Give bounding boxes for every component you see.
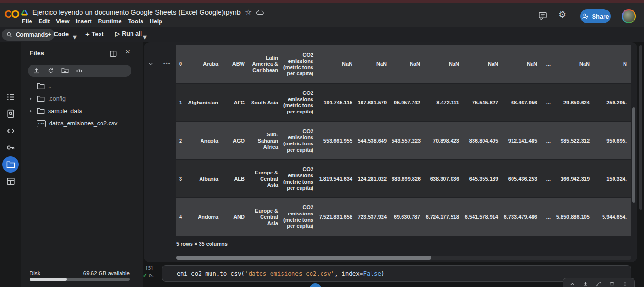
more-cell-actions-icon[interactable]: [622, 281, 628, 287]
refresh-files-icon[interactable]: [47, 67, 54, 74]
chevron-right-icon[interactable]: [29, 109, 35, 113]
chevron-right-icon[interactable]: [29, 96, 35, 101]
variables-table-icon[interactable]: [6, 176, 16, 186]
menu-edit[interactable]: Edit: [39, 18, 50, 25]
tree-item-csv-file[interactable]: CSV datos_emisiones_co2.csv: [28, 117, 137, 130]
table-cell: NaN: [392, 45, 425, 83]
scroll-to-bottom-fab[interactable]: [309, 283, 322, 287]
plus-icon: +: [47, 31, 51, 38]
page-scrollbar-thumb[interactable]: [639, 45, 642, 210]
table-cell: 69.630.787: [392, 198, 425, 236]
share-person-icon: [582, 13, 589, 20]
table-cell: 0: [176, 45, 187, 83]
table-cell: ...: [542, 198, 555, 236]
tree-item-parent-folder[interactable]: ..: [28, 80, 137, 92]
disk-usage-label: Disk: [30, 270, 40, 276]
table-cell: CO2 emissions (metric tons per capita): [283, 122, 318, 160]
table-cell: 8.472.111: [425, 83, 464, 122]
code-token: False: [363, 270, 381, 277]
files-rail-button-active[interactable]: [2, 156, 19, 173]
settings-gear-icon[interactable]: ⚙: [558, 10, 566, 19]
add-text-button[interactable]: + Text: [85, 31, 104, 38]
table-cell: N: [594, 45, 631, 83]
add-code-button[interactable]: + Code: [47, 31, 69, 38]
collapse-output-chevron-icon[interactable]: [147, 61, 154, 68]
menu-runtime[interactable]: Runtime: [98, 18, 121, 25]
search-icon: [6, 31, 12, 38]
code-snippets-icon[interactable]: [6, 126, 16, 136]
table-cell: 95.957.742: [392, 83, 425, 122]
table-cell: NaN: [464, 45, 503, 83]
secrets-key-icon[interactable]: [6, 143, 16, 153]
find-replace-icon[interactable]: [6, 109, 16, 119]
open-in-new-panel-icon[interactable]: [110, 51, 117, 57]
table-cell: NaN: [425, 45, 464, 83]
table-cell: Aruba: [187, 45, 223, 83]
mount-drive-icon[interactable]: [61, 67, 69, 74]
menu-file[interactable]: File: [22, 18, 32, 25]
table-cell: ...: [542, 160, 555, 198]
file-tree: .. .config sample_data CSV datos_emision…: [28, 80, 137, 130]
table-cell: 166.942.319: [555, 160, 594, 198]
show-hidden-files-eye-icon[interactable]: [76, 67, 83, 74]
table-cell: ALB: [223, 160, 250, 198]
table-cell: CO2 emissions (metric tons per capita): [283, 83, 318, 122]
app-header: CO Ejercico leyendo un documento Google …: [0, 3, 644, 27]
menu-insert[interactable]: Insert: [75, 18, 91, 25]
tree-item-label: datos_emisiones_co2.csv: [49, 120, 117, 127]
left-icon-rail: [0, 42, 21, 287]
folder-icon: [37, 108, 45, 115]
notebook-title[interactable]: Ejercico leyendo un documento Google She…: [32, 9, 241, 16]
table-cell: Angola: [187, 122, 223, 160]
table-cell: 645.355.189: [464, 160, 503, 198]
run-all-caret-icon[interactable]: ▾: [143, 32, 147, 41]
ai-edit-sparkle-icon[interactable]: [595, 281, 602, 287]
logo-letter-c: C: [4, 8, 11, 20]
logo-letter-o: O: [11, 8, 19, 20]
table-cell: 29.650.624: [555, 83, 594, 122]
table-cell: NaN: [357, 45, 392, 83]
table-cell: 4: [176, 198, 187, 236]
table-cell: 6.724.177.518: [425, 198, 464, 236]
menu-tools[interactable]: Tools: [128, 18, 143, 25]
tree-item-sample-data-folder[interactable]: sample_data: [28, 105, 137, 117]
menu-view[interactable]: View: [56, 18, 69, 25]
table-cell: ...: [542, 122, 555, 160]
folder-icon: [37, 83, 45, 90]
user-avatar[interactable]: [622, 9, 636, 23]
table-cell: AND: [223, 198, 250, 236]
table-cell: Europe & Central Asia: [250, 160, 283, 198]
table-cell: 1: [176, 83, 187, 122]
table-cell: 259.295.: [594, 83, 631, 122]
upload-file-icon[interactable]: [33, 67, 40, 74]
table-row: 2AngolaAGOSub- Saharan AfricaCO2 emissio…: [176, 122, 631, 160]
cloud-save-icon: [256, 9, 264, 15]
add-code-caret-icon[interactable]: ▾: [73, 32, 77, 41]
table-cell: Latin America & Caribbean: [250, 45, 283, 83]
delete-cell-trash-icon[interactable]: [609, 281, 615, 287]
execution-count-badge[interactable]: [5]: [145, 266, 153, 271]
output-more-options-icon[interactable]: •••: [163, 61, 171, 66]
table-of-contents-icon[interactable]: [6, 92, 16, 102]
table-cell: 543.557.223: [392, 122, 425, 160]
horizontal-scrollbar-thumb[interactable]: [176, 256, 431, 260]
table-row: 1AfghanistanAFGSouth AsiaCO2 emissions (…: [176, 83, 631, 122]
menu-help[interactable]: Help: [150, 18, 162, 25]
tree-item-config-folder[interactable]: .config: [28, 92, 137, 105]
colab-logo[interactable]: CO: [4, 8, 19, 20]
move-cell-up-icon[interactable]: [569, 281, 575, 287]
star-icon[interactable]: ☆: [245, 9, 252, 16]
move-cell-down-icon[interactable]: [583, 281, 589, 287]
cell-gutter-divider: [161, 45, 161, 257]
comments-icon[interactable]: [538, 11, 547, 20]
close-panel-icon[interactable]: ×: [125, 47, 130, 57]
table-cell: 3: [176, 160, 187, 198]
output-vertical-scrollbar-thumb[interactable]: [632, 107, 635, 203]
table-cell: 150.324.: [594, 160, 631, 198]
table-cell: 124.281.022: [357, 160, 392, 198]
table-cell: Sub- Saharan Africa: [250, 122, 283, 160]
table-cell: 5.850.886.105: [555, 198, 594, 236]
execution-time: 0s: [149, 273, 153, 278]
share-button[interactable]: Share: [580, 9, 611, 23]
run-all-button[interactable]: ▷ Run all: [115, 31, 142, 37]
